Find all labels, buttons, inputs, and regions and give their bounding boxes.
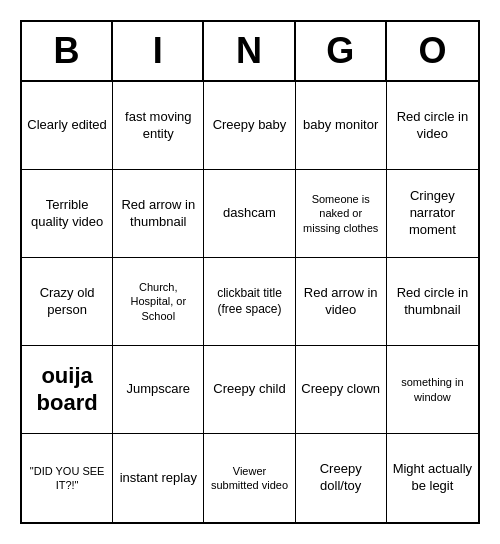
- bingo-cell-15[interactable]: ouija board: [22, 346, 113, 434]
- bingo-cell-22[interactable]: Viewer submitted video: [204, 434, 295, 522]
- bingo-cell-3[interactable]: baby monitor: [296, 82, 387, 170]
- bingo-cell-9[interactable]: Cringey narrator moment: [387, 170, 478, 258]
- bingo-cell-5[interactable]: Terrible quality video: [22, 170, 113, 258]
- bingo-cell-7[interactable]: dashcam: [204, 170, 295, 258]
- bingo-cell-20[interactable]: "DID YOU SEE IT?!": [22, 434, 113, 522]
- bingo-cell-2[interactable]: Creepy baby: [204, 82, 295, 170]
- bingo-cell-19[interactable]: something in window: [387, 346, 478, 434]
- bingo-cell-4[interactable]: Red circle in video: [387, 82, 478, 170]
- bingo-cell-14[interactable]: Red circle in thumbnail: [387, 258, 478, 346]
- bingo-card: B I N G O Clearly editedfast moving enti…: [20, 20, 480, 524]
- bingo-cell-16[interactable]: Jumpscare: [113, 346, 204, 434]
- bingo-grid: Clearly editedfast moving entityCreepy b…: [22, 82, 478, 522]
- letter-b: B: [22, 22, 113, 80]
- bingo-cell-1[interactable]: fast moving entity: [113, 82, 204, 170]
- letter-i: I: [113, 22, 204, 80]
- bingo-cell-6[interactable]: Red arrow in thumbnail: [113, 170, 204, 258]
- letter-n: N: [204, 22, 295, 80]
- bingo-cell-23[interactable]: Creepy doll/toy: [296, 434, 387, 522]
- bingo-cell-11[interactable]: Church, Hospital, or School: [113, 258, 204, 346]
- bingo-cell-17[interactable]: Creepy child: [204, 346, 295, 434]
- bingo-cell-8[interactable]: Someone is naked or missing clothes: [296, 170, 387, 258]
- bingo-cell-0[interactable]: Clearly edited: [22, 82, 113, 170]
- letter-o: O: [387, 22, 478, 80]
- letter-g: G: [296, 22, 387, 80]
- bingo-cell-21[interactable]: instant replay: [113, 434, 204, 522]
- bingo-header: B I N G O: [22, 22, 478, 82]
- bingo-cell-10[interactable]: Crazy old person: [22, 258, 113, 346]
- bingo-cell-24[interactable]: Might actually be legit: [387, 434, 478, 522]
- bingo-cell-18[interactable]: Creepy clown: [296, 346, 387, 434]
- bingo-cell-12[interactable]: clickbait title (free space): [204, 258, 295, 346]
- bingo-cell-13[interactable]: Red arrow in video: [296, 258, 387, 346]
